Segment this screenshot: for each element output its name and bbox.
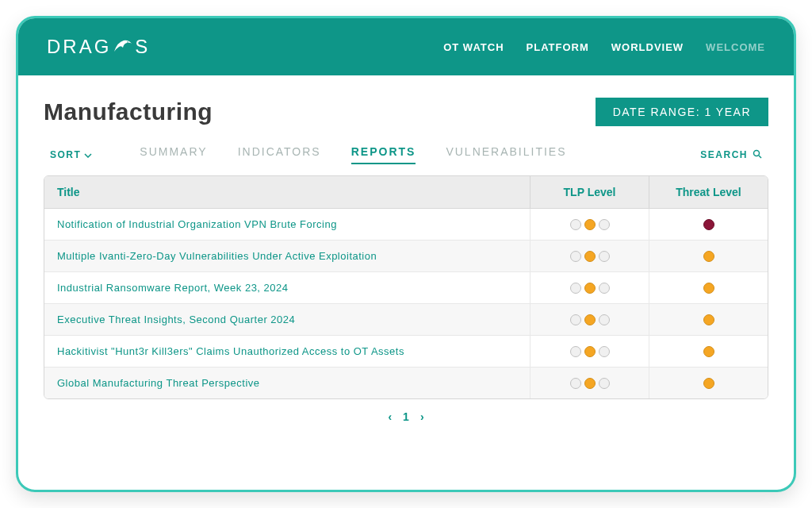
table-row: Hackitivist "Hunt3r Kill3ers" Claims Una… xyxy=(44,336,768,368)
pager-next[interactable]: › xyxy=(420,410,424,423)
tlp-dot xyxy=(570,378,581,389)
tlp-dot xyxy=(599,378,610,389)
nav: OT WATCHPLATFORMWORLDVIEWWELCOME xyxy=(443,41,765,53)
reports-table: Title TLP Level Threat Level Notificatio… xyxy=(44,175,768,399)
threat-dot xyxy=(703,283,714,294)
tlp-dot xyxy=(599,283,610,294)
threat-dot xyxy=(703,314,714,325)
search-icon xyxy=(753,149,762,161)
tab-vulnerabilities[interactable]: VULNERABILITIES xyxy=(446,145,566,164)
dragon-icon xyxy=(113,36,133,58)
tlp-level-indicator xyxy=(530,241,649,271)
app-frame: DRAG S OT WATCHPLATFORMWORLDVIEWWELCOME … xyxy=(16,16,796,492)
threat-level-indicator xyxy=(649,241,768,271)
tlp-dot xyxy=(570,314,581,325)
report-title-link[interactable]: Hackitivist "Hunt3r Kill3ers" Claims Una… xyxy=(44,336,530,367)
logo-text-prefix: DRAG xyxy=(47,36,111,58)
tlp-level-indicator xyxy=(530,336,649,367)
page-title: Manufacturing xyxy=(44,98,213,125)
search-label: SEARCH xyxy=(700,149,748,160)
threat-dot xyxy=(703,219,714,230)
logo-text-suffix: S xyxy=(135,36,150,58)
pager-current: 1 xyxy=(403,410,409,423)
tlp-dot xyxy=(584,219,596,230)
threat-level-indicator xyxy=(649,336,768,367)
table-row: Executive Threat Insights, Second Quarte… xyxy=(44,304,768,336)
threat-level-indicator xyxy=(649,304,768,335)
threat-level-indicator xyxy=(649,368,768,398)
sort-button[interactable]: SORT xyxy=(50,149,92,160)
tab-reports[interactable]: REPORTS xyxy=(351,145,416,164)
report-title-link[interactable]: Executive Threat Insights, Second Quarte… xyxy=(44,304,530,335)
tlp-dot xyxy=(570,219,581,230)
nav-item-welcome[interactable]: WELCOME xyxy=(706,41,765,53)
tlp-level-indicator xyxy=(530,368,649,398)
table-row: Industrial Ransomware Report, Week 23, 2… xyxy=(44,272,768,304)
report-title-link[interactable]: Notification of Industrial Organization … xyxy=(44,209,530,240)
pager-prev[interactable]: ‹ xyxy=(388,410,392,423)
tlp-dot xyxy=(570,251,581,262)
table-header: Title TLP Level Threat Level xyxy=(44,176,768,209)
threat-dot xyxy=(703,346,714,357)
content: Manufacturing DATE RANGE: 1 YEAR SORT SU… xyxy=(18,75,794,434)
report-title-link[interactable]: Global Manufacturing Threat Perspective xyxy=(44,368,530,398)
logo: DRAG S xyxy=(47,36,150,58)
table-body: Notification of Industrial Organization … xyxy=(44,209,768,398)
col-header-tlp[interactable]: TLP Level xyxy=(530,176,649,208)
tabs: SUMMARYINDICATORSREPORTSVULNERABILITIES xyxy=(140,145,700,164)
tab-row: SORT SUMMARYINDICATORSREPORTSVULNERABILI… xyxy=(44,145,768,164)
header: DRAG S OT WATCHPLATFORMWORLDVIEWWELCOME xyxy=(18,18,794,75)
table-row: Global Manufacturing Threat Perspective xyxy=(44,368,768,398)
date-range-button[interactable]: DATE RANGE: 1 YEAR xyxy=(596,98,768,126)
tlp-dot xyxy=(584,378,596,389)
threat-level-indicator xyxy=(649,272,768,303)
nav-item-worldview[interactable]: WORLDVIEW xyxy=(611,41,684,53)
tlp-dot xyxy=(570,346,581,357)
svg-point-1 xyxy=(754,150,760,156)
nav-item-platform[interactable]: PLATFORM xyxy=(527,41,589,53)
report-title-link[interactable]: Industrial Ransomware Report, Week 23, 2… xyxy=(44,272,530,303)
table-row: Notification of Industrial Organization … xyxy=(44,209,768,241)
tlp-level-indicator xyxy=(530,304,649,335)
tab-indicators[interactable]: INDICATORS xyxy=(238,145,321,164)
svg-point-0 xyxy=(128,41,129,43)
col-header-threat[interactable]: Threat Level xyxy=(649,176,768,208)
search-button[interactable]: SEARCH xyxy=(700,149,762,161)
report-title-link[interactable]: Multiple Ivanti-Zero-Day Vulnerabilities… xyxy=(44,241,530,271)
tlp-dot xyxy=(599,346,610,357)
svg-line-2 xyxy=(759,156,761,158)
pager: ‹ 1 › xyxy=(44,399,768,434)
threat-dot xyxy=(703,251,714,262)
tlp-dot xyxy=(584,251,596,262)
col-header-title[interactable]: Title xyxy=(44,176,530,208)
tlp-dot xyxy=(599,219,610,230)
tlp-level-indicator xyxy=(530,272,649,303)
tlp-dot xyxy=(584,283,596,294)
tlp-dot xyxy=(570,283,581,294)
tlp-dot xyxy=(599,314,610,325)
tab-summary[interactable]: SUMMARY xyxy=(140,145,207,164)
threat-dot xyxy=(703,378,714,389)
nav-item-ot-watch[interactable]: OT WATCH xyxy=(443,41,504,53)
tlp-dot xyxy=(584,346,596,357)
tlp-level-indicator xyxy=(530,209,649,240)
tlp-dot xyxy=(584,314,596,325)
table-row: Multiple Ivanti-Zero-Day Vulnerabilities… xyxy=(44,241,768,272)
threat-level-indicator xyxy=(649,209,768,240)
chevron-down-icon xyxy=(84,149,92,160)
sort-label: SORT xyxy=(50,149,81,160)
tlp-dot xyxy=(599,251,610,262)
title-row: Manufacturing DATE RANGE: 1 YEAR xyxy=(44,98,768,126)
